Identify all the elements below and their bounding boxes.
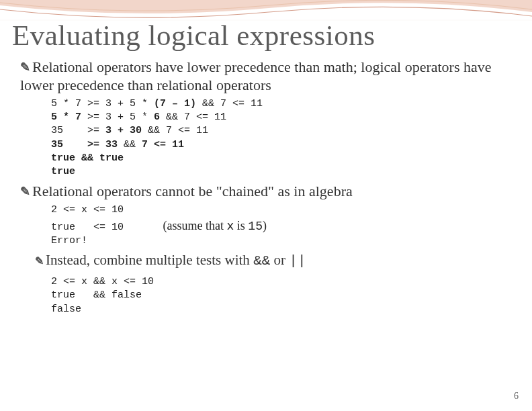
inline-or: || [289, 253, 306, 269]
code-bold: x <= 10 [112, 276, 154, 287]
code-bold: true [51, 222, 75, 233]
code-line: && [118, 139, 142, 150]
code-precedence-eval: 5 * 7 >= 3 + 5 * (7 – 1) && 7 <= 11 5 * … [51, 97, 512, 179]
slide-content: ✎Relational operators have lower precede… [0, 54, 532, 316]
bullet-icon: ✎ [35, 255, 46, 267]
note-code: x [227, 220, 234, 233]
code-bold: true [51, 289, 75, 301]
code-bold: 35 >= 33 [51, 139, 118, 150]
sub-text: Instead, combine multiple tests with [46, 252, 253, 268]
code-line: 35 >= [51, 125, 105, 136]
code-line: 5 * 7 >= 3 + 5 * [51, 98, 154, 109]
code-bold: false [112, 289, 142, 301]
code-bold: true && true [51, 152, 124, 164]
code-bold: (7 – 1) [154, 98, 196, 109]
note-text: ) [263, 219, 267, 232]
code-line: <= 10 [87, 204, 124, 216]
sub-text: or [270, 252, 289, 268]
bullet-icon: ✎ [20, 58, 32, 77]
code-line: && [87, 276, 112, 287]
note-text: is [234, 219, 248, 232]
code-bold: 3 + 30 [105, 125, 142, 136]
code-line: >= 3 + 5 * [81, 111, 154, 123]
bullet-text: Relational operators cannot be "chained"… [32, 183, 353, 199]
bullet-precedence: ✎Relational operators have lower precede… [20, 58, 512, 95]
code-bold: 7 <= 11 [142, 139, 184, 150]
code-line: && 7 <= 11 [142, 125, 208, 136]
inline-and: && [253, 253, 270, 269]
bullet-icon: ✎ [20, 183, 32, 201]
code-bold: 2 <= x [51, 204, 87, 216]
code-line: && 7 <= 11 [160, 111, 226, 123]
code-line: && 7 <= 11 [196, 98, 263, 109]
code-bold: true [51, 166, 75, 177]
note-text: (assume that [163, 219, 227, 232]
note-code: 15 [248, 220, 263, 233]
sub-bullet-instead: ✎Instead, combine multiple tests with &&… [35, 252, 512, 269]
code-bold: 6 [154, 111, 160, 123]
slide-title: Evaluating logical expressions [0, 0, 532, 54]
code-line: && [75, 289, 112, 301]
code-combined-tests: 2 <= x && x <= 10 true && false false [51, 275, 512, 316]
code-bold: Error! [51, 235, 87, 246]
code-line: <= 10 [75, 222, 124, 233]
code-chaining-error: 2 <= x <= 10 true <= 10 (assume that x i… [51, 203, 512, 248]
code-bold: 5 * 7 [51, 111, 81, 123]
code-bold: false [51, 304, 81, 315]
page-number: 6 [514, 391, 519, 402]
code-bold: 2 <= x [51, 276, 87, 287]
bullet-text: Relational operators have lower preceden… [20, 58, 492, 93]
bullet-chaining: ✎Relational operators cannot be "chained… [20, 183, 512, 201]
assume-note: (assume that x is 15) [124, 219, 267, 232]
